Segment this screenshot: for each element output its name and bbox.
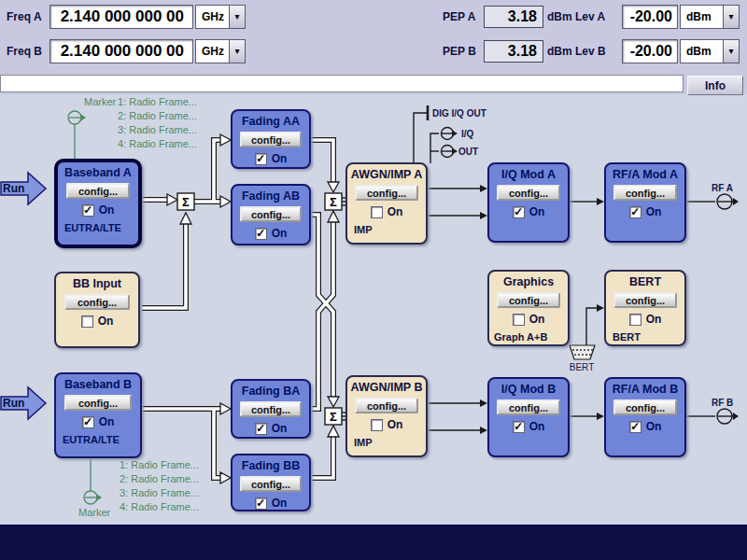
lev-b-unit-dropdown[interactable]: dBm xyxy=(680,39,740,63)
config-button[interactable]: config... xyxy=(240,476,302,492)
on-toggle[interactable]: On xyxy=(255,422,288,435)
lev-b-input[interactable]: -20.00 xyxy=(622,39,678,63)
on-label: On xyxy=(98,315,114,328)
on-toggle[interactable]: On xyxy=(513,420,545,433)
config-button[interactable]: config... xyxy=(613,399,676,415)
softkey-bar: EUTRA/LTE A EUTRA/LTE B Fading Mimo xyxy=(0,525,747,560)
freq-a-input[interactable]: 2.140 000 000 00 xyxy=(49,5,193,29)
checkbox-icon[interactable] xyxy=(513,421,525,433)
config-button[interactable]: config... xyxy=(64,395,132,411)
dropdown-arrow-icon[interactable] xyxy=(723,6,739,28)
config-button[interactable]: config... xyxy=(66,183,131,199)
checkbox-icon[interactable] xyxy=(255,497,267,510)
on-toggle[interactable]: On xyxy=(629,420,662,433)
on-label: On xyxy=(646,420,662,433)
config-button[interactable]: config... xyxy=(497,185,559,201)
block-rf-mod-b[interactable]: RF/A Mod B config... On xyxy=(604,377,686,457)
on-toggle[interactable]: On xyxy=(371,205,403,218)
block-sublabel: EUTRA/LTE xyxy=(56,434,120,445)
block-bb-input[interactable]: BB Input config... On xyxy=(54,272,140,348)
block-sublabel: BERT xyxy=(606,331,641,343)
block-rf-mod-a[interactable]: RF/A Mod A config... On xyxy=(604,162,686,243)
freq-b-input[interactable]: 2.140 000 000 00 xyxy=(49,39,193,63)
info-button[interactable]: Info xyxy=(687,76,743,95)
config-button[interactable]: config... xyxy=(64,294,130,310)
lev-a-unit-dropdown[interactable]: dBm xyxy=(680,5,740,29)
lev-a-input[interactable]: -20.00 xyxy=(622,5,678,29)
config-button[interactable]: config... xyxy=(355,398,417,413)
block-sublabel: IMP xyxy=(347,437,373,448)
block-awgn-imp-b[interactable]: AWGN/IMP B config... On IMP xyxy=(345,375,428,457)
message-strip: Info xyxy=(0,74,747,94)
on-toggle[interactable]: On xyxy=(629,313,662,326)
on-toggle[interactable]: On xyxy=(255,227,288,240)
checkbox-icon[interactable] xyxy=(255,423,267,435)
checkbox-icon[interactable] xyxy=(82,204,94,217)
config-button[interactable]: config... xyxy=(497,399,559,415)
block-title: Baseband A xyxy=(64,166,132,180)
checkbox-icon[interactable] xyxy=(81,315,93,328)
marker-b-line-3: 3: Radio Frame... xyxy=(120,487,199,498)
checkbox-icon[interactable] xyxy=(629,421,641,433)
on-toggle[interactable]: On xyxy=(82,415,115,428)
checkbox-icon[interactable] xyxy=(255,228,267,240)
checkbox-icon[interactable] xyxy=(629,206,641,218)
block-bert[interactable]: BERT config... On BERT xyxy=(604,270,686,346)
checkbox-icon[interactable] xyxy=(82,416,94,428)
dropdown-arrow-icon[interactable] xyxy=(229,6,245,28)
dropdown-arrow-icon[interactable] xyxy=(229,40,245,63)
config-button[interactable]: config... xyxy=(613,292,676,308)
checkbox-icon[interactable] xyxy=(513,314,525,326)
freq-b-label: Freq B xyxy=(7,45,42,58)
config-button[interactable]: config... xyxy=(240,132,302,147)
config-button[interactable]: config... xyxy=(613,185,676,201)
config-button[interactable]: config... xyxy=(240,206,302,222)
marker-a-label: Marker xyxy=(84,96,116,107)
block-awgn-imp-a[interactable]: AWGN/IMP A config... On IMP xyxy=(345,162,428,245)
on-toggle[interactable]: On xyxy=(81,315,114,328)
marker-b-line-1: 1: Radio Frame... xyxy=(120,459,199,470)
pep-a-unit: dBm xyxy=(547,10,572,23)
block-sublabel: IMP xyxy=(347,224,373,235)
block-title: BB Input xyxy=(73,277,121,291)
on-label: On xyxy=(99,415,115,428)
on-toggle[interactable]: On xyxy=(255,152,288,165)
checkbox-icon[interactable] xyxy=(371,206,383,218)
pep-a-value: 3.18 xyxy=(484,6,543,28)
checkbox-icon[interactable] xyxy=(371,419,383,431)
block-fading-aa[interactable]: Fading AA config... On xyxy=(231,109,311,169)
on-label: On xyxy=(529,420,545,433)
block-fading-bb[interactable]: Fading BB config... On xyxy=(231,454,311,511)
on-toggle[interactable]: On xyxy=(371,418,403,431)
block-graphics[interactable]: Graphics config... On Graph A+B xyxy=(487,270,570,346)
block-title: Fading BB xyxy=(242,459,301,473)
on-label: On xyxy=(388,418,403,431)
on-label: On xyxy=(99,203,115,217)
config-button[interactable]: config... xyxy=(497,292,559,308)
freq-b-unit-value: GHz xyxy=(196,45,229,58)
on-toggle[interactable]: On xyxy=(255,497,288,510)
on-toggle[interactable]: On xyxy=(513,205,545,218)
on-toggle[interactable]: On xyxy=(629,205,662,218)
block-baseband-a[interactable]: Baseband A config... On EUTRA/LTE xyxy=(54,159,142,248)
freq-b-unit-dropdown[interactable]: GHz xyxy=(195,39,246,63)
on-label: On xyxy=(646,205,662,218)
config-button[interactable]: config... xyxy=(240,401,302,417)
status-message-area xyxy=(0,75,684,92)
run-b-label: Run xyxy=(3,397,24,410)
config-button[interactable]: config... xyxy=(355,185,417,201)
checkbox-icon[interactable] xyxy=(255,153,267,165)
checkbox-icon[interactable] xyxy=(629,314,641,326)
block-fading-ba[interactable]: Fading BA config... On xyxy=(231,379,311,439)
block-fading-ab[interactable]: Fading AB config... On xyxy=(231,184,311,245)
freq-a-unit-dropdown[interactable]: GHz xyxy=(195,5,246,29)
block-iq-mod-a[interactable]: I/Q Mod A config... On xyxy=(487,162,570,243)
on-toggle[interactable]: On xyxy=(513,313,545,326)
on-toggle[interactable]: On xyxy=(82,203,115,217)
block-iq-mod-b[interactable]: I/Q Mod B config... On xyxy=(487,377,570,457)
dropdown-arrow-icon[interactable] xyxy=(723,40,739,63)
pep-b-unit: dBm xyxy=(547,45,572,58)
checkbox-icon[interactable] xyxy=(513,206,525,218)
block-baseband-b[interactable]: Baseband B config... On EUTRA/LTE xyxy=(54,372,142,458)
block-title: I/Q Mod B xyxy=(501,383,556,397)
